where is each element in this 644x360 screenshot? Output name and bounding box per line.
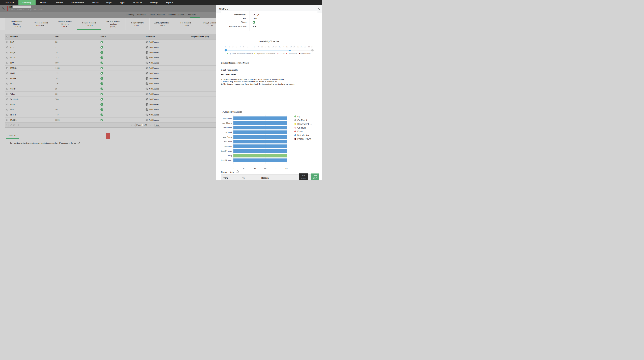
svg-text:On Hold: On Hold xyxy=(297,126,306,129)
svg-text:40: 40 xyxy=(254,167,256,169)
svg-text:Dependent …: Dependent … xyxy=(297,123,312,125)
svg-text:Up: Up xyxy=(297,115,300,118)
svg-text:Last 24 hours: Last 24 hours xyxy=(221,150,232,152)
svg-text:This month: This month xyxy=(223,126,232,129)
svg-text:20: 20 xyxy=(243,167,245,169)
svg-text:80: 80 xyxy=(275,167,277,169)
svg-text:0: 0 xyxy=(233,167,234,169)
svg-text:Not Monito…: Not Monito… xyxy=(297,134,311,137)
svg-text:Last 12 hours: Last 12 hours xyxy=(221,159,232,161)
svg-text:Yesterday: Yesterday xyxy=(224,145,232,147)
svg-text:Today: Today xyxy=(227,155,232,157)
svg-text:Last month: Last month xyxy=(223,117,232,119)
svg-text:Parent Down: Parent Down xyxy=(297,138,311,140)
svg-text:On Mainte…: On Mainte… xyxy=(297,119,310,121)
svg-text:Last 7 days: Last 7 days xyxy=(223,136,232,138)
svg-text:Down: Down xyxy=(297,130,304,133)
svg-text:Last week: Last week xyxy=(224,131,232,133)
svg-text:60: 60 xyxy=(264,167,266,169)
svg-text:Last 30 days: Last 30 days xyxy=(222,122,232,124)
svg-text:100: 100 xyxy=(285,167,288,169)
svg-text:This week: This week xyxy=(224,141,232,143)
